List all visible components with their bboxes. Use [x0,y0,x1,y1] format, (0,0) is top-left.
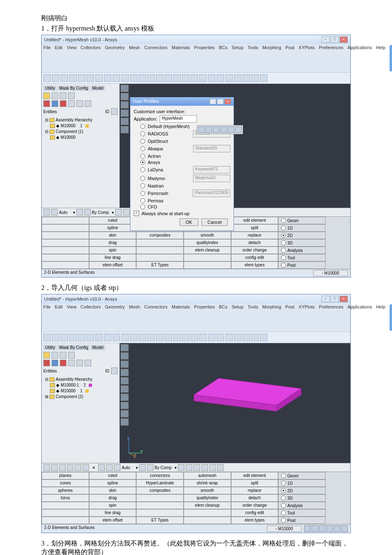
menu-post[interactable]: Post [286,45,295,71]
tool-icon[interactable] [225,74,233,82]
menu-edit[interactable]: Edit [55,304,63,331]
status-icon[interactable] [326,525,333,532]
menu-applications[interactable]: Applications [347,304,372,331]
tool-icon[interactable] [182,74,189,82]
panel-cell[interactable]: HyperLaminate [136,479,184,487]
tool-icon[interactable] [139,74,146,82]
panel-cell[interactable] [136,247,184,254]
panel-cell[interactable]: elem cleanup [184,502,231,509]
minimize-button[interactable]: – [321,296,330,302]
float-icon[interactable] [205,126,212,133]
tree-item[interactable]: ◆M10000:12 [43,382,118,388]
menu-morphing[interactable]: Morphing [262,304,281,331]
maximize-button[interactable]: □ [331,36,339,43]
panel-cell[interactable]: replace [231,487,279,494]
panel-cell[interactable]: smooth [184,232,231,239]
panel-page-radio[interactable]: Tool [278,509,326,517]
menu-bcs[interactable]: BCs [219,45,228,71]
browser-icon[interactable] [68,100,75,107]
status-icon[interactable] [334,525,340,532]
tool-icon[interactable] [260,74,267,82]
panel-cell[interactable]: smooth [184,487,231,494]
vtool-icon[interactable] [120,394,129,401]
ptool-icon[interactable] [115,209,122,216]
menu-tools[interactable]: Tools [248,45,258,71]
panel-cell[interactable]: skin [89,487,137,494]
close-button[interactable]: × [340,36,348,43]
panel-cell[interactable]: composites [136,487,184,494]
menu-setup[interactable]: Setup [231,304,243,331]
menu-tools[interactable]: Tools [248,304,258,331]
tool-icon[interactable] [87,334,94,341]
menu-help[interactable]: Help [376,45,385,71]
float-icon[interactable] [198,126,205,133]
tab-model[interactable]: Model [90,345,105,350]
tool-icon[interactable] [243,334,250,341]
ptool-icon[interactable] [147,464,153,471]
tool-icon[interactable] [147,74,155,82]
tool-icon[interactable] [78,74,85,82]
tool-icon[interactable] [113,74,120,82]
browser-icon[interactable] [52,92,58,99]
radio-lsdyna[interactable] [140,167,145,172]
float-icon[interactable] [220,126,227,133]
tool-icon[interactable] [113,334,120,341]
panel-page-radio[interactable]: Geom [278,472,326,479]
panel-cell[interactable]: cones [42,479,89,487]
tool-icon[interactable] [104,74,111,82]
tool-icon[interactable] [173,74,181,82]
panel-cell[interactable] [42,239,89,247]
vtool-icon[interactable] [120,410,129,417]
menu-collectors[interactable]: Collectors [80,45,101,71]
panel-cell[interactable]: order change [231,502,279,509]
browser-icon[interactable] [76,100,83,107]
panel-cell[interactable]: elem offset [89,261,137,269]
vtool-icon[interactable] [120,85,129,92]
panel-cell[interactable]: shrink wrap [184,479,231,487]
panel-page-radio[interactable]: Geom [278,217,326,224]
tree-component[interactable]: ⊞Component (2) [43,394,118,400]
tool-icon[interactable] [156,74,163,82]
menu-materials[interactable]: Materials [172,45,190,71]
menu-applications[interactable]: Applications [347,45,372,71]
panel-cell[interactable]: order change [231,247,279,254]
ptool-icon[interactable] [76,209,83,216]
graphics-area[interactable]: User Profiles –□× Customize user interfa… [120,84,350,208]
panel-cell[interactable] [42,224,89,232]
panel-page-radio[interactable]: Tool [278,254,326,261]
panel-page-radio[interactable]: 1D [278,479,326,487]
panel-cell[interactable] [184,509,231,517]
panel-cell[interactable]: elem offset [89,517,137,524]
dialog-min-icon[interactable]: – [210,99,216,104]
panel-page-radio[interactable]: 3D [278,494,326,502]
panel-cell[interactable]: ruled [89,472,137,479]
ptool-icon[interactable] [123,209,130,216]
vtool-icon[interactable] [120,369,129,376]
panel-cell[interactable] [184,517,231,524]
tool-icon[interactable] [165,74,172,82]
tool-icon[interactable] [61,334,68,341]
tool-icon[interactable] [43,334,51,341]
panel-cell[interactable]: line drag [89,509,137,517]
tool-icon[interactable] [182,334,189,341]
panel-cell[interactable]: split [231,224,279,232]
ptool-icon[interactable] [139,464,146,471]
menu-geometry[interactable]: Geometry [105,304,125,331]
menu-mesh[interactable]: Mesh [129,45,140,71]
radio-madymo[interactable] [140,176,145,181]
menu-xyplots[interactable]: XYPlots [299,45,315,71]
vtool-icon[interactable] [120,344,129,351]
panel-page-radio[interactable]: 2D [278,232,326,239]
radio-optistruct[interactable] [140,139,145,144]
ptool-icon[interactable] [217,464,224,471]
vtool-icon[interactable] [120,385,129,393]
panel-cell[interactable]: torus [42,494,89,502]
browser-icon[interactable] [43,100,50,107]
vtool-icon[interactable] [120,126,129,133]
browser-icon[interactable] [68,360,75,366]
tool-icon[interactable] [217,74,224,82]
browser-icon[interactable] [85,360,91,366]
browser-icon[interactable] [85,100,91,107]
panel-cell[interactable]: qualityindex [184,494,231,502]
browser-icon[interactable] [76,360,83,366]
